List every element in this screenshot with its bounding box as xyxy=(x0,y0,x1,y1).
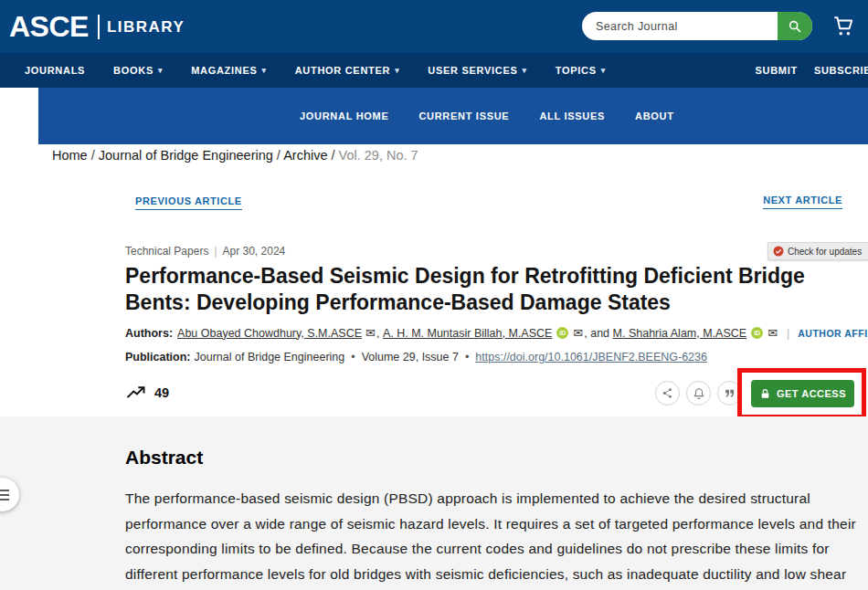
doi-link[interactable]: https://doi.org/10.1061/JBENF2.BEENG-623… xyxy=(475,351,707,363)
crossmark-icon xyxy=(773,246,784,257)
search-icon xyxy=(788,19,802,34)
nav-item-journals[interactable]: JOURNALS xyxy=(25,65,85,76)
trending-up-icon xyxy=(125,385,147,400)
hamburger-icon xyxy=(0,494,9,496)
cart-button[interactable] xyxy=(831,14,856,39)
nav-label: JOURNALS xyxy=(25,65,85,76)
chevron-down-icon: ▾ xyxy=(523,66,527,75)
journal-nav-home[interactable]: JOURNAL HOME xyxy=(300,111,388,121)
author-separator: , xyxy=(376,327,383,340)
affiliations-separator: | xyxy=(778,327,798,340)
share-button[interactable] xyxy=(655,381,680,406)
breadcrumb-archive[interactable]: Archive xyxy=(283,148,327,163)
nav-label: BOOKS xyxy=(113,65,153,76)
breadcrumb-separator: / xyxy=(327,148,338,163)
search-button[interactable] xyxy=(778,12,812,40)
cite-button[interactable] xyxy=(717,381,742,406)
nav-item-submit[interactable]: SUBMIT xyxy=(756,65,798,76)
author-link-alam[interactable]: M. Shahria Alam, M.ASCE xyxy=(613,327,747,340)
nav-label: SUBSCRIBE xyxy=(814,65,868,76)
nav-item-author-center[interactable]: AUTHOR CENTER ▾ xyxy=(295,65,400,76)
journal-nav-about[interactable]: ABOUT xyxy=(635,111,674,121)
alerts-button[interactable] xyxy=(686,381,711,406)
chevron-down-icon: ▾ xyxy=(601,66,606,75)
nav-label: CURRENT ISSUE xyxy=(418,111,509,121)
nav-label: JOURNAL HOME xyxy=(300,111,388,121)
breadcrumb-current: Vol. 29, No. 7 xyxy=(339,148,418,163)
bell-icon xyxy=(693,387,705,400)
nav-label: TOPICS xyxy=(556,65,597,76)
get-access-label: GET ACCESS xyxy=(777,388,846,399)
nav-item-books[interactable]: BOOKS ▾ xyxy=(113,65,163,76)
search-bar xyxy=(582,12,812,40)
check-for-updates-button[interactable]: Check for updates xyxy=(767,242,868,260)
breadcrumb-journal[interactable]: Journal of Bridge Engineering xyxy=(99,148,273,163)
site-header: ASCE LIBRARY xyxy=(0,0,868,53)
orcid-icon[interactable]: iD xyxy=(556,327,568,339)
author-link-chowdhury[interactable]: Abu Obayed Chowdhury, S.M.ASCE xyxy=(177,327,362,340)
author-separator: , and xyxy=(584,327,612,340)
nav-label: ALL ISSUES xyxy=(539,111,605,121)
next-article-link[interactable]: NEXT ARTICLE xyxy=(763,195,842,209)
asce-library-article-page: ASCE LIBRARY JOURNALS xyxy=(0,0,868,590)
nav-label: ABOUT xyxy=(635,111,674,121)
journal-nav-all-issues[interactable]: ALL ISSUES xyxy=(539,111,605,121)
hamburger-icon xyxy=(0,490,9,491)
journal-nav-current-issue[interactable]: CURRENT ISSUE xyxy=(418,111,509,121)
author-link-billah[interactable]: A. H. M. Muntasir Billah, M.ASCE xyxy=(383,327,552,340)
logo-library-text: LIBRARY xyxy=(107,18,185,37)
nav-item-topics[interactable]: TOPICS ▾ xyxy=(556,65,606,76)
article-actions xyxy=(655,381,742,406)
lock-icon xyxy=(759,388,771,400)
article-title: Performance-Based Seismic Design for Ret… xyxy=(125,263,805,316)
search-input[interactable] xyxy=(582,12,778,40)
breadcrumb: Home / Journal of Bridge Engineering / A… xyxy=(52,148,418,163)
cart-icon xyxy=(831,14,855,37)
abstract-line: corresponding limits to be defined. Beca… xyxy=(125,536,856,562)
chevron-down-icon: ▾ xyxy=(158,66,163,75)
quote-icon xyxy=(724,387,736,399)
author-affiliations-link[interactable]: AUTHOR AFFILIATIONS xyxy=(798,328,868,339)
article-title-line: Bents: Developing Performance-Based Dama… xyxy=(125,290,805,316)
abstract-section: Abstract The performance-based seismic d… xyxy=(0,416,868,590)
email-icon[interactable]: ✉ xyxy=(767,326,778,340)
bullet-separator: • xyxy=(459,351,475,363)
main-nav-left: JOURNALS BOOKS ▾ MAGAZINES ▾ AUTHOR CENT… xyxy=(25,53,606,88)
logo-divider xyxy=(98,15,100,39)
share-icon xyxy=(662,387,673,399)
chevron-down-icon: ▾ xyxy=(395,66,399,75)
previous-article-link[interactable]: PREVIOUS ARTICLE xyxy=(135,195,242,210)
nav-item-user-services[interactable]: USER SERVICES ▾ xyxy=(428,65,526,76)
abstract-line: different performance levels for old bri… xyxy=(125,562,856,587)
abstract-line: The performance-based seismic design (PB… xyxy=(125,486,856,511)
asce-library-logo[interactable]: ASCE LIBRARY xyxy=(9,10,185,44)
nav-item-magazines[interactable]: MAGAZINES ▾ xyxy=(191,65,267,76)
get-access-button[interactable]: GET ACCESS xyxy=(751,380,854,407)
nav-label: USER SERVICES xyxy=(428,65,517,76)
breadcrumb-home[interactable]: Home xyxy=(52,148,88,163)
authors-label: Authors: xyxy=(125,327,173,340)
abstract-text: The performance-based seismic design (PB… xyxy=(125,486,856,587)
logo-asce-text: ASCE xyxy=(9,10,89,44)
orcid-icon[interactable]: iD xyxy=(751,327,763,339)
email-icon[interactable]: ✉ xyxy=(573,326,583,340)
article-date: Apr 30, 2024 xyxy=(223,245,286,258)
journal-navigation: JOURNAL HOME CURRENT ISSUE ALL ISSUES AB… xyxy=(38,88,868,144)
article-meta: Technical Papers|Apr 30, 2024 xyxy=(125,245,285,258)
nav-label: AUTHOR CENTER xyxy=(295,65,390,76)
metric-count: 49 xyxy=(154,385,169,400)
breadcrumb-separator: / xyxy=(273,148,283,163)
nav-label: SUBMIT xyxy=(756,65,798,76)
nav-item-subscribe[interactable]: SUBSCRIBE xyxy=(814,65,868,76)
metrics: 49 xyxy=(125,385,169,400)
email-icon[interactable]: ✉ xyxy=(365,326,376,340)
abstract-heading: Abstract xyxy=(125,447,203,469)
hamburger-icon xyxy=(0,499,9,500)
article-category: Technical Papers xyxy=(125,245,208,258)
authors-row: Authors: Abu Obayed Chowdhury, S.M.ASCE✉… xyxy=(125,326,868,340)
volume-issue: Volume 29, Issue 7 xyxy=(362,351,459,363)
main-navigation: JOURNALS BOOKS ▾ MAGAZINES ▾ AUTHOR CENT… xyxy=(0,53,868,88)
meta-separator: | xyxy=(208,245,222,258)
abstract-line: performance over a wide range of seismic… xyxy=(125,511,856,537)
nav-label: MAGAZINES xyxy=(191,65,257,76)
